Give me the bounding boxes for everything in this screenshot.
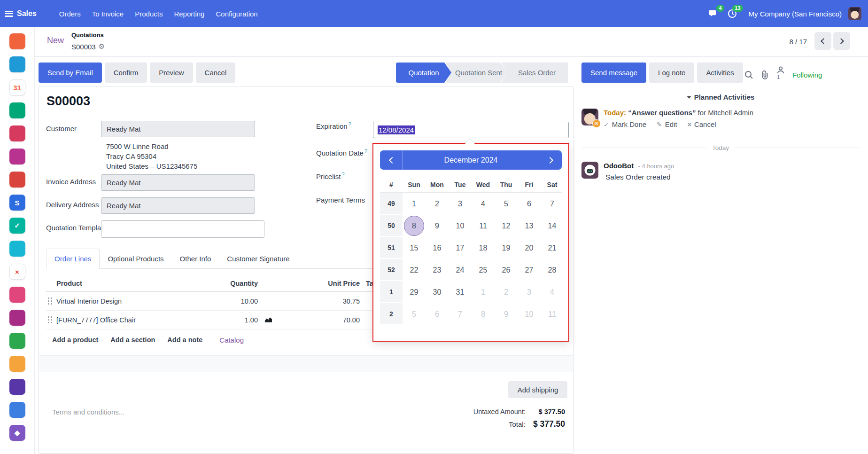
app-icon-project[interactable]: ✓ <box>9 218 25 234</box>
pager-previous-button[interactable] <box>814 32 831 50</box>
calendar-day[interactable]: 8 <box>472 303 495 325</box>
user-avatar[interactable] <box>848 7 861 20</box>
app-icon-contacts[interactable] <box>9 402 25 418</box>
add-a-section-link[interactable]: Add a section <box>110 336 155 344</box>
app-icon-employees[interactable] <box>9 356 25 372</box>
delivery-address-field[interactable]: Ready Mat <box>101 197 255 214</box>
calendar-day[interactable]: 17 <box>449 237 472 259</box>
gear-icon[interactable]: ⚙ <box>99 42 105 51</box>
app-icon-knowledge[interactable]: ◆ <box>9 425 25 441</box>
calendar-day[interactable]: 31 <box>449 281 472 303</box>
activities-button[interactable]: Activities <box>697 63 743 83</box>
app-icon-calendar[interactable]: 31 <box>9 79 25 95</box>
calendar-day[interactable]: 20 <box>518 237 541 259</box>
order-line-product[interactable]: Virtual Interior Design <box>56 297 197 305</box>
breadcrumb-parent[interactable]: Quotations <box>71 31 104 39</box>
send-by-email-button[interactable]: Send by Email <box>39 63 102 83</box>
calendar-day[interactable]: 16 <box>426 237 449 259</box>
apps-menu-icon[interactable] <box>5 11 13 17</box>
calendar-day[interactable]: 1 <box>472 281 495 303</box>
status-step-sales-order[interactable]: Sales Order <box>501 63 568 83</box>
tab-customer-signature[interactable]: Customer Signature <box>219 249 297 268</box>
order-line-quantity[interactable]: 10.00 <box>197 297 258 305</box>
current-app-name[interactable]: Sales <box>17 9 37 18</box>
nav-menu-to-invoice[interactable]: To Invoice <box>87 7 129 21</box>
order-line-unit-price[interactable]: 30.75 <box>258 297 360 305</box>
drag-handle-icon[interactable] <box>48 297 52 305</box>
calendar-day[interactable]: 28 <box>541 259 564 281</box>
app-icon-crm[interactable] <box>9 33 25 49</box>
calendar-day[interactable]: 10 <box>518 303 541 325</box>
catalog-link[interactable]: Catalog <box>219 336 244 344</box>
calendar-day[interactable]: 4 <box>541 281 564 303</box>
customer-field[interactable]: Ready Mat <box>101 121 255 137</box>
app-icon-point-of-sale[interactable] <box>9 125 25 141</box>
calendar-day[interactable]: 27 <box>518 259 541 281</box>
nav-menu-configuration[interactable]: Configuration <box>211 7 262 21</box>
calendar-day-selected[interactable]: 8 <box>403 215 426 237</box>
calendar-day[interactable]: 10 <box>449 215 472 237</box>
add-a-note-link[interactable]: Add a note <box>167 336 202 344</box>
calendar-day[interactable]: 21 <box>541 237 564 259</box>
send-message-button[interactable]: Send message <box>581 63 646 83</box>
app-icon-subscriptions[interactable] <box>9 102 25 118</box>
pager-next-button[interactable] <box>833 32 850 50</box>
calendar-day[interactable]: 3 <box>518 281 541 303</box>
app-icon-manufacturing[interactable] <box>9 333 25 349</box>
calendar-day[interactable]: 2 <box>495 281 518 303</box>
datepicker-month-title[interactable]: December 2024 <box>403 150 539 170</box>
log-note-button[interactable]: Log note <box>649 63 694 83</box>
drag-handle-icon[interactable] <box>48 316 52 324</box>
company-switcher[interactable]: My Company (San Francisco) <box>749 10 842 18</box>
edit-activity-button[interactable]: ✎Edit <box>657 120 677 128</box>
calendar-day[interactable]: 15 <box>403 237 426 259</box>
expiration-date-input[interactable]: 12/08/2024 <box>373 122 569 138</box>
calendar-day[interactable]: 4 <box>472 193 495 215</box>
calendar-day[interactable]: 12 <box>495 215 518 237</box>
calendar-day[interactable]: 11 <box>541 303 564 325</box>
order-line-unit-price[interactable]: 70.00 <box>258 316 360 324</box>
tab-order-lines[interactable]: Order Lines <box>46 249 100 269</box>
calendar-day[interactable]: 23 <box>426 259 449 281</box>
invoice-address-field[interactable]: Ready Mat <box>101 174 255 191</box>
attachments-icon[interactable] <box>761 70 769 79</box>
message-author[interactable]: OdooBot <box>604 162 634 170</box>
help-marker-icon[interactable]: ? <box>342 172 345 177</box>
order-line-quantity[interactable]: 1.00 <box>197 316 258 324</box>
app-icon-studio[interactable]: × <box>9 264 25 280</box>
app-icon-events[interactable] <box>9 379 25 395</box>
activities-clock-icon[interactable]: 13 <box>725 7 739 21</box>
calendar-day[interactable]: 30 <box>426 281 449 303</box>
calendar-day[interactable]: 25 <box>472 259 495 281</box>
column-quantity[interactable]: Quantity <box>197 280 258 287</box>
nav-menu-reporting[interactable]: Reporting <box>169 7 209 21</box>
terms-and-conditions-placeholder[interactable]: Terms and conditions... <box>52 408 124 416</box>
calendar-day[interactable]: 24 <box>449 259 472 281</box>
calendar-day[interactable]: 26 <box>495 259 518 281</box>
help-marker-icon[interactable]: ? <box>364 148 367 154</box>
calendar-day[interactable]: 1 <box>403 193 426 215</box>
calendar-day[interactable]: 13 <box>518 215 541 237</box>
followers-icon[interactable]: 1 <box>776 66 785 84</box>
add-shipping-button[interactable]: Add shipping <box>508 381 567 398</box>
app-icon-barcode[interactable] <box>9 287 25 303</box>
calendar-day[interactable]: 18 <box>472 237 495 259</box>
cancel-activity-button[interactable]: ×Cancel <box>688 120 716 128</box>
tab-optional-products[interactable]: Optional Products <box>100 249 171 268</box>
nav-menu-orders[interactable]: Orders <box>54 7 85 21</box>
preview-button[interactable]: Preview <box>150 63 193 83</box>
app-icon-sign[interactable] <box>9 56 25 72</box>
app-icon-inventory[interactable] <box>9 310 25 326</box>
calendar-day[interactable]: 5 <box>495 193 518 215</box>
cancel-button[interactable]: Cancel <box>196 63 236 83</box>
quotation-template-field[interactable] <box>101 220 264 238</box>
status-step-quotation[interactable]: Quotation <box>396 63 451 83</box>
status-step-quotation-sent[interactable]: Quotation Sent <box>445 63 507 83</box>
help-marker-icon[interactable]: ? <box>349 121 351 127</box>
column-unit-price[interactable]: Unit Price <box>258 280 360 287</box>
planned-activities-toggle[interactable]: Planned Activities <box>687 93 755 101</box>
tab-other-info[interactable]: Other Info <box>172 249 219 268</box>
calendar-day[interactable]: 29 <box>403 281 426 303</box>
calendar-day[interactable]: 3 <box>449 193 472 215</box>
calendar-day[interactable]: 7 <box>449 303 472 325</box>
